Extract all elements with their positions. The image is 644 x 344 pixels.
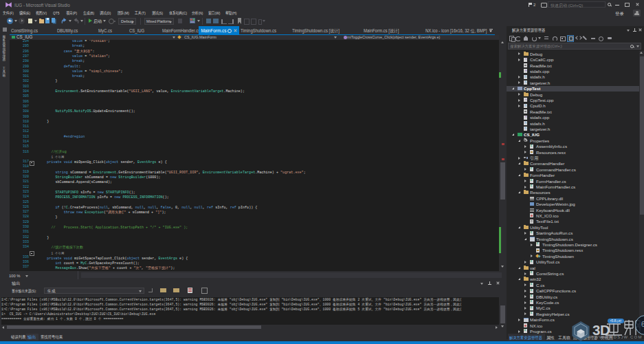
svg-text:WWW.3DSJW.COM: WWW.3DSJW.COM [595,335,643,339]
